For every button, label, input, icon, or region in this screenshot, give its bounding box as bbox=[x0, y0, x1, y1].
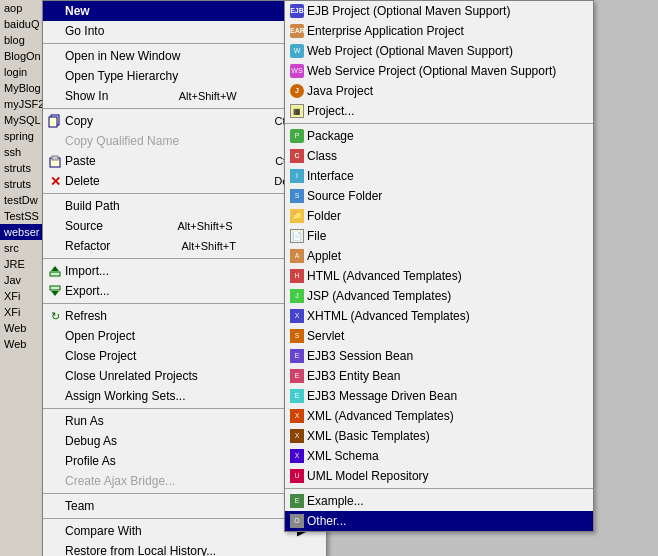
refresh-icon: ↻ bbox=[47, 308, 63, 324]
submenu-item-enterprise-app[interactable]: EAR Enterprise Application Project bbox=[285, 21, 593, 41]
sidebar-item-jre[interactable]: JRE bbox=[0, 256, 44, 272]
sidebar-item-xfi2[interactable]: XFi bbox=[0, 304, 44, 320]
svg-marker-7 bbox=[51, 291, 59, 296]
svg-rect-4 bbox=[50, 272, 60, 276]
xml-advanced-icon: X bbox=[289, 408, 305, 424]
file-icon: 📄 bbox=[289, 228, 305, 244]
copy-icon bbox=[47, 113, 63, 129]
uml-icon: U bbox=[289, 468, 305, 484]
source-folder-icon: S bbox=[289, 188, 305, 204]
submenu-sep-1 bbox=[285, 123, 593, 124]
ejb3-message-icon: E bbox=[289, 388, 305, 404]
sidebar-item-web1[interactable]: Web bbox=[0, 320, 44, 336]
folder-icon: 📁 bbox=[289, 208, 305, 224]
project-icon: ▦ bbox=[289, 103, 305, 119]
sidebar-item-blog[interactable]: blog bbox=[0, 32, 44, 48]
sidebar-item-baiduq[interactable]: baiduQ bbox=[0, 16, 44, 32]
servlet-icon: S bbox=[289, 328, 305, 344]
ejb-project-icon: EJB bbox=[289, 3, 305, 19]
other-icon: O bbox=[289, 513, 305, 529]
xml-schema-icon: X bbox=[289, 448, 305, 464]
submenu-item-xml-basic[interactable]: X XML (Basic Templates) bbox=[285, 426, 593, 446]
export-icon bbox=[47, 283, 63, 299]
web-project-icon: W bbox=[289, 43, 305, 59]
sidebar-item-struts1[interactable]: struts bbox=[0, 160, 44, 176]
package-icon: P bbox=[289, 128, 305, 144]
shortcut-show-in: Alt+Shift+W bbox=[159, 90, 237, 102]
submenu-item-other[interactable]: O Other... bbox=[285, 511, 593, 531]
submenu-item-html[interactable]: H HTML (Advanced Templates) bbox=[285, 266, 593, 286]
sidebar-item-ssh[interactable]: ssh bbox=[0, 144, 44, 160]
sidebar-item-spring[interactable]: spring bbox=[0, 128, 44, 144]
example-icon: E bbox=[289, 493, 305, 509]
enterprise-app-icon: EAR bbox=[289, 23, 305, 39]
sidebar-item-testdw[interactable]: testDw bbox=[0, 192, 44, 208]
submenu-item-web-service[interactable]: WS Web Service Project (Optional Maven S… bbox=[285, 61, 593, 81]
submenu-sep-2 bbox=[285, 488, 593, 489]
sidebar-item-struts2[interactable]: struts bbox=[0, 176, 44, 192]
sidebar-item-src[interactable]: src bbox=[0, 240, 44, 256]
xhtml-icon: X bbox=[289, 308, 305, 324]
shortcut-refactor: Alt+Shift+T bbox=[161, 240, 235, 252]
submenu-item-file[interactable]: 📄 File bbox=[285, 226, 593, 246]
submenu-item-xml-advanced[interactable]: X XML (Advanced Templates) bbox=[285, 406, 593, 426]
web-service-icon: WS bbox=[289, 63, 305, 79]
submenu-item-ejb3-entity[interactable]: E EJB3 Entity Bean bbox=[285, 366, 593, 386]
sidebar-item-myjsf2[interactable]: myJSF2 bbox=[0, 96, 44, 112]
sidebar-item-mysql[interactable]: MySQL bbox=[0, 112, 44, 128]
submenu-item-package[interactable]: P Package bbox=[285, 126, 593, 146]
sidebar-item-blogon[interactable]: BlogOn bbox=[0, 48, 44, 64]
submenu-item-example[interactable]: E Example... bbox=[285, 491, 593, 511]
svg-rect-6 bbox=[50, 286, 60, 290]
sidebar-item-jav[interactable]: Jav bbox=[0, 272, 44, 288]
applet-icon: A bbox=[289, 248, 305, 264]
submenu-item-uml[interactable]: U UML Model Repository bbox=[285, 466, 593, 486]
import-icon bbox=[47, 263, 63, 279]
paste-icon bbox=[47, 153, 63, 169]
submenu-item-xhtml[interactable]: X XHTML (Advanced Templates) bbox=[285, 306, 593, 326]
sidebar-item-webser[interactable]: webser bbox=[0, 224, 44, 240]
menu-item-restore-history[interactable]: Restore from Local History... bbox=[43, 541, 326, 556]
sidebar: aop baiduQ blog BlogOn login MyBlog myJS… bbox=[0, 0, 45, 556]
submenu-item-xml-schema[interactable]: X XML Schema bbox=[285, 446, 593, 466]
java-project-icon: J bbox=[289, 83, 305, 99]
svg-marker-5 bbox=[51, 266, 59, 271]
sidebar-item-login[interactable]: login bbox=[0, 64, 44, 80]
ejb3-session-icon: E bbox=[289, 348, 305, 364]
jsp-icon: J bbox=[289, 288, 305, 304]
submenu-item-web-project[interactable]: W Web Project (Optional Maven Support) bbox=[285, 41, 593, 61]
submenu-item-servlet[interactable]: S Servlet bbox=[285, 326, 593, 346]
submenu-item-interface[interactable]: I Interface bbox=[285, 166, 593, 186]
sidebar-item-testss[interactable]: TestSS bbox=[0, 208, 44, 224]
svg-rect-3 bbox=[52, 156, 58, 160]
submenu-item-folder[interactable]: 📁 Folder bbox=[285, 206, 593, 226]
new-submenu: EJB EJB Project (Optional Maven Support)… bbox=[284, 0, 594, 532]
svg-rect-1 bbox=[49, 117, 57, 127]
new-icon bbox=[47, 3, 63, 19]
sidebar-item-aop[interactable]: aop bbox=[0, 0, 44, 16]
submenu-item-source-folder[interactable]: S Source Folder bbox=[285, 186, 593, 206]
delete-icon: ✕ bbox=[47, 173, 63, 189]
submenu-item-ejb3-session[interactable]: E EJB3 Session Bean bbox=[285, 346, 593, 366]
submenu-item-ejb3-message[interactable]: E EJB3 Message Driven Bean bbox=[285, 386, 593, 406]
submenu-item-applet[interactable]: A Applet bbox=[285, 246, 593, 266]
sidebar-item-myblog[interactable]: MyBlog bbox=[0, 80, 44, 96]
interface-icon: I bbox=[289, 168, 305, 184]
html-icon: H bbox=[289, 268, 305, 284]
ejb3-entity-icon: E bbox=[289, 368, 305, 384]
submenu-item-jsp[interactable]: J JSP (Advanced Templates) bbox=[285, 286, 593, 306]
class-icon: C bbox=[289, 148, 305, 164]
sidebar-item-web2[interactable]: Web bbox=[0, 336, 44, 352]
xml-basic-icon: X bbox=[289, 428, 305, 444]
shortcut-source: Alt+Shift+S bbox=[157, 220, 232, 232]
submenu-item-project[interactable]: ▦ Project... bbox=[285, 101, 593, 121]
submenu-item-ejb-project[interactable]: EJB EJB Project (Optional Maven Support) bbox=[285, 1, 593, 21]
submenu-item-class[interactable]: C Class bbox=[285, 146, 593, 166]
sidebar-item-xfi1[interactable]: XFi bbox=[0, 288, 44, 304]
submenu-item-java-project[interactable]: J Java Project bbox=[285, 81, 593, 101]
